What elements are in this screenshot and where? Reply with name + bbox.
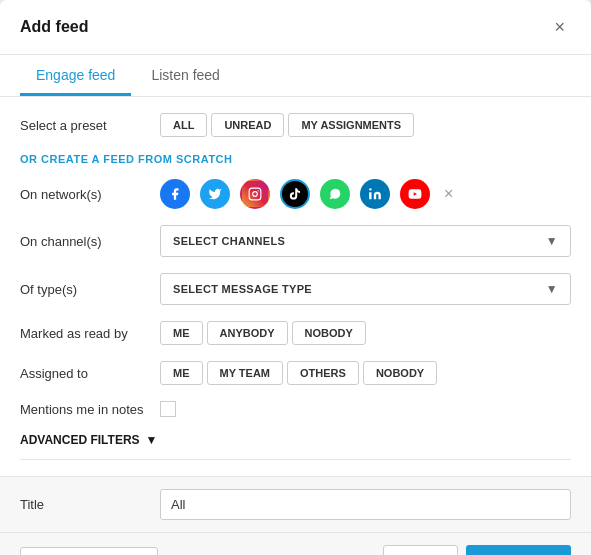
- advanced-filters-label: ADVANCED FILTERS: [20, 433, 140, 447]
- title-input[interactable]: [160, 489, 571, 520]
- type-placeholder: SELECT MESSAGE TYPE: [173, 283, 312, 295]
- youtube-icon[interactable]: [400, 179, 430, 209]
- preset-row: Select a preset ALL UNREAD MY ASSIGNMENT…: [20, 113, 571, 137]
- mentions-label: Mentions me in notes: [20, 402, 160, 417]
- assigned-my-team-button[interactable]: MY TEAM: [207, 361, 284, 385]
- scratch-label: OR CREATE A FEED FROM SCRATCH: [20, 153, 571, 165]
- twitter-icon[interactable]: [200, 179, 230, 209]
- type-label: Of type(s): [20, 282, 160, 297]
- assigned-to-buttons: ME MY TEAM OTHERS NOBODY: [160, 361, 437, 385]
- footer-right-buttons: APPLY SAVE FEED: [383, 545, 571, 555]
- channel-select[interactable]: SELECT CHANNELS ▼: [160, 225, 571, 257]
- chevron-down-icon: ▼: [546, 282, 558, 296]
- advanced-filters-arrow: ▼: [146, 433, 158, 447]
- assigned-nobody-button[interactable]: NOBODY: [363, 361, 437, 385]
- preset-buttons: ALL UNREAD MY ASSIGNMENTS: [160, 113, 414, 137]
- linkedin-icon[interactable]: [360, 179, 390, 209]
- clear-selection-button[interactable]: CLEAR SELECTION: [20, 547, 158, 556]
- title-row: Title: [0, 477, 591, 533]
- preset-unread-button[interactable]: UNREAD: [211, 113, 284, 137]
- assigned-to-label: Assigned to: [20, 366, 160, 381]
- facebook-icon[interactable]: [160, 179, 190, 209]
- assigned-me-button[interactable]: ME: [160, 361, 203, 385]
- svg-rect-0: [249, 188, 261, 200]
- channel-row: On channel(s) SELECT CHANNELS ▼: [20, 225, 571, 257]
- marked-anybody-button[interactable]: ANYBODY: [207, 321, 288, 345]
- modal-footer: CLEAR SELECTION APPLY SAVE FEED: [0, 533, 591, 555]
- network-icons-container: ×: [160, 179, 453, 209]
- save-feed-button[interactable]: SAVE FEED: [466, 545, 571, 555]
- tabs-container: Engage feed Listen feed: [0, 55, 591, 97]
- footer-section: Title CLEAR SELECTION APPLY SAVE FEED: [0, 476, 591, 555]
- clear-network-icon[interactable]: ×: [444, 185, 453, 203]
- marked-me-button[interactable]: ME: [160, 321, 203, 345]
- svg-point-2: [258, 190, 259, 191]
- marked-as-read-row: Marked as read by ME ANYBODY NOBODY: [20, 321, 571, 345]
- title-label: Title: [20, 497, 160, 512]
- modal-body: Select a preset ALL UNREAD MY ASSIGNMENT…: [0, 97, 591, 476]
- preset-label: Select a preset: [20, 118, 160, 133]
- close-button[interactable]: ×: [548, 16, 571, 38]
- apply-button[interactable]: APPLY: [383, 545, 458, 555]
- marked-as-read-buttons: ME ANYBODY NOBODY: [160, 321, 366, 345]
- assigned-to-row: Assigned to ME MY TEAM OTHERS NOBODY: [20, 361, 571, 385]
- preset-all-button[interactable]: ALL: [160, 113, 207, 137]
- marked-nobody-button[interactable]: NOBODY: [292, 321, 366, 345]
- mentions-checkbox[interactable]: [160, 401, 176, 417]
- tab-listen-feed[interactable]: Listen feed: [135, 55, 236, 96]
- whatsapp-icon[interactable]: [320, 179, 350, 209]
- advanced-filters-toggle[interactable]: ADVANCED FILTERS ▼: [20, 433, 571, 460]
- assigned-others-button[interactable]: OTHERS: [287, 361, 359, 385]
- network-label: On network(s): [20, 187, 160, 202]
- tiktok-icon[interactable]: [280, 179, 310, 209]
- tab-engage-feed[interactable]: Engage feed: [20, 55, 131, 96]
- network-row: On network(s): [20, 179, 571, 209]
- modal-title: Add feed: [20, 18, 88, 36]
- type-select[interactable]: SELECT MESSAGE TYPE ▼: [160, 273, 571, 305]
- mentions-row: Mentions me in notes: [20, 401, 571, 417]
- preset-my-assignments-button[interactable]: MY ASSIGNMENTS: [288, 113, 414, 137]
- channel-label: On channel(s): [20, 234, 160, 249]
- marked-as-read-label: Marked as read by: [20, 326, 160, 341]
- instagram-icon[interactable]: [240, 179, 270, 209]
- add-feed-modal: Add feed × Engage feed Listen feed Selec…: [0, 0, 591, 555]
- chevron-down-icon: ▼: [546, 234, 558, 248]
- channel-placeholder: SELECT CHANNELS: [173, 235, 285, 247]
- svg-point-1: [253, 192, 258, 197]
- svg-point-3: [369, 188, 371, 190]
- modal-header: Add feed ×: [0, 0, 591, 55]
- type-row: Of type(s) SELECT MESSAGE TYPE ▼: [20, 273, 571, 305]
